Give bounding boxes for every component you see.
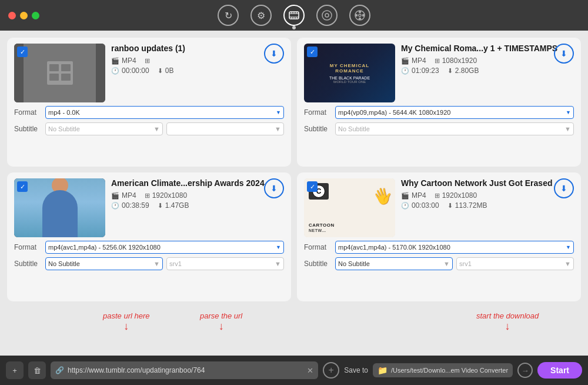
filesize-ranboo: 0B — [165, 67, 174, 75]
annotation-paste-arrow: ↓ — [123, 320, 129, 332]
subtitle-extra-ranboo[interactable]: ▼ — [166, 122, 284, 135]
format-select-ranboo[interactable]: mp4 - 0.0K ▼ — [45, 106, 284, 119]
close-button[interactable] — [8, 12, 16, 19]
thumbnail-climate: ✓ — [14, 178, 105, 237]
subtitle-selects-cartoon: No Subtitle ▼ srv1 ▼ — [335, 257, 574, 270]
meta-row-time-mcr: 🕐 01:09:23 ⬇ 2.80GB — [401, 67, 574, 75]
card-top-cartoon: ✓ C CARTOON NETW... 🖐 Why Cartoon Networ… — [304, 178, 574, 237]
clock-icon-climate: 🕐 — [111, 202, 119, 210]
folder-path: 📁 /Users/test/Downlo...em Video Converte… — [373, 363, 513, 377]
download-button-cartoon[interactable]: ⬇ — [554, 178, 574, 198]
subtitle-extra-arrow-climate: ▼ — [275, 260, 281, 267]
video-icon-climate: 🎬 — [111, 192, 119, 200]
svg-rect-18 — [49, 64, 59, 71]
checkbox-cartoon[interactable]: ✓ — [307, 181, 318, 192]
subtitle-label-cartoon: Subtitle — [304, 260, 330, 268]
subtitle-select-cartoon[interactable]: No Subtitle ▼ — [335, 257, 453, 270]
subtitle-extra-cartoon[interactable]: srv1 ▼ — [456, 257, 574, 270]
delete-button[interactable]: 🗑 — [28, 361, 46, 379]
annotation-start-arrow: ↓ — [505, 320, 510, 332]
film-icon[interactable] — [283, 5, 305, 26]
subtitle-select-ranboo[interactable]: No Subtitle ▼ — [45, 122, 163, 135]
meta-duration-cartoon: 🕐 00:03:00 — [401, 201, 439, 210]
subtitle-extra-value-climate: srv1 — [169, 260, 182, 267]
filesize-mcr: 2.80GB — [455, 67, 479, 75]
duration-ranboo: 00:00:00 — [122, 67, 149, 75]
meta-format-type-cartoon: 🎬 MP4 — [401, 191, 426, 200]
download-size-icon: ⬇ — [158, 67, 163, 75]
subtitle-value-ranboo: No Subtitle — [48, 125, 80, 132]
card-info-mcr: My Chemical Roma...y 1 + TIMESTAMPS 🎬 MP… — [401, 44, 574, 77]
meta-filesize-cartoon: ⬇ 113.72MB — [447, 201, 487, 210]
meta-format-type-mcr: 🎬 MP4 — [401, 57, 426, 65]
format-type-ranboo: MP4 — [122, 57, 136, 65]
format-arrow-icon-mcr: ▼ — [566, 109, 571, 115]
svg-rect-19 — [61, 64, 71, 71]
thumbnail-mcr: ✓ MY CHEMICAL ROMANCE THE BLACK PARADE W… — [304, 44, 395, 102]
subtitle-value-climate: No Subtitle — [48, 260, 80, 267]
card-title-mcr: My Chemical Roma...y 1 + TIMESTAMPS — [401, 44, 574, 53]
meta-resolution-mcr: ⊞ 1080x1920 — [435, 57, 477, 65]
subtitle-row-cartoon: Subtitle No Subtitle ▼ srv1 ▼ — [304, 257, 574, 270]
checkbox-ranboo[interactable]: ✓ — [17, 47, 28, 57]
checkbox-mcr[interactable]: ✓ — [307, 47, 318, 57]
format-type-climate: MP4 — [122, 191, 136, 200]
clock-icon: 🕐 — [111, 67, 119, 75]
format-select-climate[interactable]: mp4(avc1,mp4a) - 5256.0K 1920x1080 ▼ — [45, 241, 284, 254]
video-icon-mcr: 🎬 — [401, 57, 409, 65]
card-mcr: ✓ MY CHEMICAL ROMANCE THE BLACK PARADE W… — [297, 38, 581, 167]
format-value-climate: mp4(avc1,mp4a) - 5256.0K 1920x1080 — [48, 244, 161, 251]
subtitle-selects-mcr: No Subtitle ▼ — [335, 122, 574, 135]
card-title-cartoon: Why Cartoon Network Just Got Erased — [401, 178, 574, 188]
minimize-button[interactable] — [20, 12, 28, 19]
subtitle-select-climate[interactable]: No Subtitle ▼ — [45, 257, 163, 270]
format-row-cartoon: Format mp4(avc1,mp4a) - 5170.0K 1920x108… — [304, 241, 574, 254]
format-select-cartoon[interactable]: mp4(avc1,mp4a) - 5170.0K 1920x1080 ▼ — [335, 241, 574, 254]
download-button-ranboo[interactable]: ⬇ — [264, 44, 284, 64]
filesize-climate: 1.47GB — [165, 201, 189, 210]
card-top-climate: ✓ American Climate...ership Awards 2024 … — [14, 178, 284, 237]
annotation-start-download: start the download ↓ — [476, 311, 539, 333]
checkbox-climate[interactable]: ✓ — [17, 181, 28, 192]
format-row-climate: Format mp4(avc1,mp4a) - 5256.0K 1920x108… — [14, 241, 284, 254]
start-button[interactable]: Start — [537, 362, 582, 379]
url-clear-button[interactable]: ✕ — [307, 366, 313, 375]
meta-duration-climate: 🕐 00:38:59 — [111, 201, 149, 210]
resolution-mcr: 1080x1920 — [442, 57, 477, 65]
meta-filesize-ranboo: ⬇ 0B — [158, 67, 174, 75]
svg-point-14 — [359, 18, 361, 20]
format-select-mcr[interactable]: mp4(vp09,mp4a) - 5644.4K 1080x1920 ▼ — [335, 106, 574, 119]
download-button-climate[interactable]: ⬇ — [264, 178, 284, 198]
subtitle-extra-value-cartoon: srv1 — [459, 260, 472, 267]
reel-icon[interactable] — [349, 5, 370, 26]
download-button-mcr[interactable]: ⬇ — [554, 44, 574, 64]
annotation-parse-text: parse the url — [200, 311, 242, 320]
subtitle-select-mcr[interactable]: No Subtitle ▼ — [335, 122, 574, 135]
format-value-cartoon: mp4(avc1,mp4a) - 5170.0K 1920x1080 — [338, 244, 450, 251]
subtitle-extra-climate[interactable]: srv1 ▼ — [166, 257, 284, 270]
format-type-mcr: MP4 — [412, 57, 426, 65]
window-controls — [8, 12, 39, 19]
format-arrow-icon-cartoon: ▼ — [566, 244, 571, 250]
svg-point-15 — [356, 15, 358, 16]
subtitle-value-mcr: No Subtitle — [338, 125, 370, 132]
gear-icon[interactable]: ⚙ — [250, 5, 272, 26]
resolution-icon-cartoon: ⊞ — [435, 192, 440, 200]
parse-button[interactable]: + — [323, 362, 339, 379]
svg-point-16 — [363, 15, 365, 16]
folder-browse-button[interactable]: → — [517, 363, 533, 378]
add-download-button[interactable]: + — [6, 361, 24, 379]
refresh-icon[interactable]: ↻ — [218, 5, 239, 26]
clock-icon-cartoon: 🕐 — [401, 202, 409, 210]
subtitle-row-climate: Subtitle No Subtitle ▼ srv1 ▼ — [14, 257, 284, 270]
format-arrow-icon-climate: ▼ — [276, 244, 281, 250]
url-bar: 🔗 https://www.tumblr.com/updatingranboo/… — [51, 361, 318, 379]
format-label-cartoon: Format — [304, 243, 330, 251]
subtitle-selects-climate: No Subtitle ▼ srv1 ▼ — [45, 257, 284, 270]
maximize-button[interactable] — [32, 12, 39, 19]
main-content: ✓ ranboo updates (1) 🎬 MP4 — [0, 31, 588, 308]
subtitle-selects-ranboo: No Subtitle ▼ ▼ — [45, 122, 284, 135]
download-size-icon-cartoon: ⬇ — [447, 202, 453, 210]
download-size-icon-climate: ⬇ — [158, 202, 163, 210]
disc-icon[interactable] — [316, 5, 338, 26]
